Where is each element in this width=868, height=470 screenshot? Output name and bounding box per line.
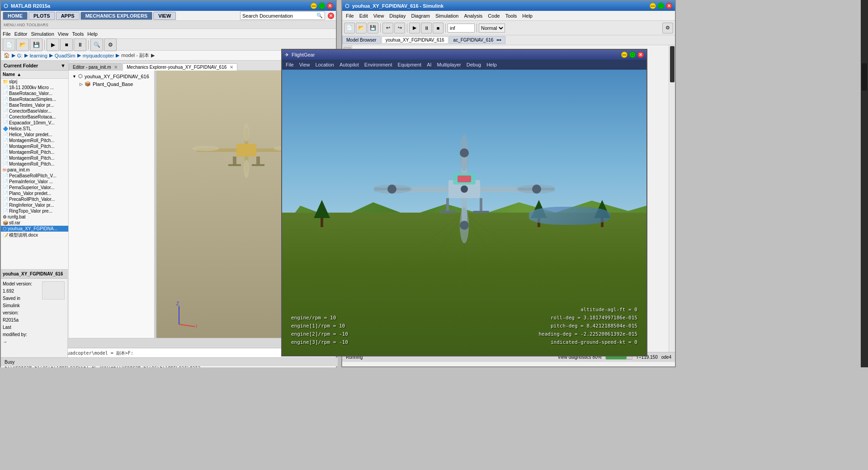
sim-tb-settings[interactable]: ⚙ (662, 23, 673, 33)
tb-run-btn[interactable]: ▶ (47, 38, 59, 51)
menu-file[interactable]: File (3, 31, 11, 37)
file-item-9[interactable]: 📄Helice_Valor predet... (1, 132, 68, 138)
tb-save-btn[interactable]: 💾 (30, 38, 42, 51)
matlab-maximize-btn[interactable]: □ (319, 3, 325, 9)
editor-tab-close[interactable]: ✕ (114, 65, 118, 70)
tab-mechanics[interactable]: Mechanics Explorer-youhua_XY_FGPIDNAV_61… (123, 63, 237, 71)
fg-close-btn[interactable]: ✕ (637, 52, 644, 58)
fg-menu-ai[interactable]: AI (425, 61, 433, 68)
file-item-11[interactable]: 📄MontagemRoll_Pitch... (1, 143, 68, 149)
file-item-21[interactable]: 📄RingTopo_Valor pre... (1, 208, 68, 214)
sim-tb-redo[interactable]: ↪ (394, 23, 405, 33)
file-item-runfg[interactable]: ⚙runfg.bat (1, 214, 68, 220)
matlab-minimize-btn[interactable]: — (311, 3, 317, 9)
file-item-2[interactable]: 📄BaseRotacao_Valor... (1, 90, 68, 96)
file-item-helice-stl[interactable]: 🔷Helice.STL (1, 126, 68, 132)
tb-stop-btn[interactable]: ■ (60, 38, 73, 51)
breadcrumb-learning[interactable]: learning (30, 53, 47, 58)
model-browser-tab[interactable]: Model Browser (342, 36, 381, 44)
file-item-15[interactable]: 📄PecaBaseRollPitch_V... (1, 173, 68, 179)
file-item-para-init[interactable]: mpara_init.m (1, 167, 68, 173)
sim-tb-stop[interactable]: ■ (433, 23, 443, 33)
fg-maximize-btn[interactable]: □ (629, 52, 636, 58)
file-item-17[interactable]: 📄PernaSuperior_Valor... (1, 185, 68, 190)
tb-new-btn[interactable]: 📄 (3, 38, 15, 51)
tab-editor[interactable]: Editor - para_init.m ✕ (69, 63, 122, 71)
fg-menu-view[interactable]: View (297, 61, 312, 68)
tree-item-youhua[interactable]: ▼ ⬡ youhua_XY_FGPIDNAV_616 (71, 72, 152, 80)
fg-menu-multiplayer[interactable]: Multiplayer (435, 61, 463, 68)
file-item-12[interactable]: 📄MontagemRoll_Pitch... (1, 149, 68, 155)
tab-apps[interactable]: APPS (56, 12, 80, 20)
file-item-19[interactable]: 📄PrecaRollPitch_Valor... (1, 196, 68, 202)
fg-menu-debug[interactable]: Debug (465, 61, 483, 68)
file-item-7[interactable]: 📄Espacador_10mm_V... (1, 120, 68, 126)
file-item-1[interactable]: 📄18-11 2000kv Micro ... (1, 85, 68, 90)
simulink-close-btn[interactable]: ✕ (666, 3, 672, 9)
file-item-3[interactable]: 📄BaseRotacaoSimples... (1, 96, 68, 102)
breadcrumb-myquadcopter[interactable]: myquadcopter (83, 53, 114, 58)
file-item-5[interactable]: 📄ConectorBaseValor... (1, 108, 68, 114)
file-item-docx[interactable]: 📝模型说明.docx (1, 232, 68, 239)
fg-menu-file[interactable]: File (284, 61, 296, 68)
sim-time-input[interactable]: inf (448, 24, 475, 33)
breadcrumb-g[interactable]: G: (17, 53, 23, 58)
menu-simulation[interactable]: Simulation (31, 31, 54, 37)
tab-mechanics-explorers[interactable]: MECHANICS EXPLORERS (80, 12, 153, 20)
simulink-minimize-btn[interactable]: — (650, 3, 656, 9)
menu-help[interactable]: Help (87, 31, 98, 37)
sim-menu-file[interactable]: File (344, 12, 356, 19)
fg-menu-autopilot[interactable]: Autopilot (338, 61, 361, 68)
fg-menu-equipment[interactable]: Equipment (396, 61, 424, 68)
tb-open-btn[interactable]: 📂 (16, 38, 29, 51)
menu-view[interactable]: View (58, 31, 69, 37)
sim-menu-view[interactable]: View (372, 12, 386, 19)
file-item-18[interactable]: 📄Plano_Valor predet... (1, 190, 68, 196)
tab-plots[interactable]: PLOTS (28, 12, 55, 20)
fg-menu-help[interactable]: Help (485, 61, 499, 68)
sim-model-tab[interactable]: youhua_XY_FGPIDNAV_616 (382, 36, 448, 44)
mechanics-tab-close[interactable]: ✕ (230, 65, 233, 70)
file-item-10[interactable]: 📄MontagemRoll_Pitch... (1, 138, 68, 143)
side-scroll-top[interactable] (862, 63, 867, 90)
file-item-20[interactable]: 📄RingInferior_Valor pr... (1, 202, 68, 208)
sim-tb-open[interactable]: 📂 (356, 23, 367, 33)
sim-menu-help[interactable]: Help (520, 12, 534, 19)
search-input[interactable] (242, 13, 315, 19)
sim-menu-display[interactable]: Display (387, 12, 407, 19)
file-item-slprj[interactable]: 📁slprj (1, 79, 68, 85)
file-item-4[interactable]: 📄BaseTestes_Valor pr... (1, 102, 68, 108)
sim-tb-undo[interactable]: ↩ (382, 23, 393, 33)
tb-zoom-in-btn[interactable]: 🔍 (90, 38, 103, 51)
tab-view[interactable]: VIEW (153, 12, 176, 20)
file-item-16[interactable]: 📄PernaInferior_Valor ... (1, 179, 68, 185)
sim-right-scroll[interactable] (670, 46, 675, 82)
sim-tb-run[interactable]: ▶ (409, 23, 420, 33)
breadcrumb-quadsim[interactable]: QuadSim (55, 53, 75, 58)
menu-tools[interactable]: Tools (72, 31, 84, 37)
tab-home[interactable]: HOME (3, 12, 28, 20)
file-item-6[interactable]: 📄ConectorBaseRotaca... (1, 114, 68, 120)
tb-settings-btn[interactable]: ⚙ (104, 38, 117, 51)
tb-pause-btn[interactable]: ⏸ (74, 38, 86, 51)
fg-minimize-btn[interactable]: — (621, 52, 627, 58)
file-item-14[interactable]: 📄MontagemRoll_Pitch... (1, 161, 68, 167)
sim-menu-code[interactable]: Code (486, 12, 501, 19)
sort-arrow-icon[interactable]: ▲ (17, 72, 21, 77)
file-item-stl-rar[interactable]: 📦stl.rar (1, 220, 68, 226)
sim-menu-simulation[interactable]: Simulation (434, 12, 460, 19)
sim-model-tab2[interactable]: ac_FGPIDNAV_616 ••• (449, 36, 505, 44)
sim-mode-select[interactable]: Normal (479, 24, 505, 33)
matlab-tab-close-btn[interactable]: ✕ (328, 13, 334, 19)
menu-editor[interactable]: Editor (14, 31, 28, 37)
file-item-youhua[interactable]: ⬡youhua_XY_FGPIDNA... (1, 226, 68, 232)
sim-menu-tools[interactable]: Tools (504, 12, 519, 19)
sim-menu-edit[interactable]: Edit (358, 12, 370, 19)
sim-tb-new[interactable]: 📄 (344, 23, 355, 33)
breadcrumb-model[interactable]: model - 副本 (121, 52, 149, 59)
sim-menu-analysis[interactable]: Analysis (462, 12, 484, 19)
tree-item-plant[interactable]: ▷ 📦 Plant_Quad_Base (71, 80, 152, 88)
simulink-maximize-btn[interactable]: □ (658, 3, 664, 9)
sim-menu-diagram[interactable]: Diagram (409, 12, 432, 19)
sim-tb-save[interactable]: 💾 (368, 23, 378, 33)
